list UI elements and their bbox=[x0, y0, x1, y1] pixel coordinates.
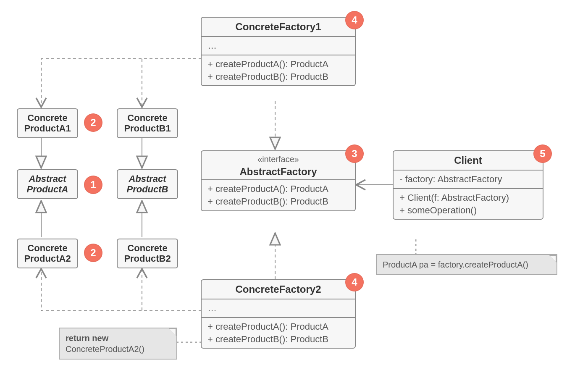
class-client: Client - factory: AbstractFactory + Clie… bbox=[393, 150, 543, 220]
note-line: ConcreteProductA2() bbox=[66, 344, 144, 354]
class-concrete-product-a2: Concrete ProductA2 bbox=[17, 239, 78, 268]
op-line: + createProductA(): ProductA bbox=[207, 183, 349, 195]
class-concrete-product-a1: Concrete ProductA1 bbox=[17, 108, 78, 138]
note-client: ProductA pa = factory.createProductA() bbox=[376, 254, 557, 275]
op-line: + createProductA(): ProductA bbox=[207, 58, 349, 71]
class-operations: + createProductA(): ProductA + createPro… bbox=[202, 317, 355, 348]
badge-4: 4 bbox=[345, 273, 364, 291]
label-line1: Concrete bbox=[23, 113, 72, 123]
note-line: return new bbox=[66, 333, 108, 343]
label-line1: Abstract bbox=[23, 173, 72, 184]
class-header: «interface» AbstractFactory bbox=[202, 151, 355, 179]
op-line: + Client(f: AbstractFactory) bbox=[399, 192, 537, 204]
label-line2: ProductB2 bbox=[123, 253, 172, 264]
label-line2: ProductA1 bbox=[23, 123, 72, 134]
label-line2: ProductB1 bbox=[123, 123, 172, 134]
label-line2: ProductA bbox=[23, 184, 72, 194]
class-concrete-factory-2: ConcreteFactory2 … + createProductA(): P… bbox=[201, 279, 356, 349]
class-title: AbstractFactory bbox=[207, 165, 349, 178]
op-line: + someOperation() bbox=[399, 204, 537, 217]
class-concrete-product-b1: Concrete ProductB1 bbox=[117, 108, 178, 138]
class-abstract-factory: «interface» AbstractFactory + createProd… bbox=[201, 150, 356, 211]
class-title: ConcreteFactory2 bbox=[202, 280, 355, 299]
badge-1: 1 bbox=[84, 176, 102, 194]
op-line: + createProductA(): ProductA bbox=[207, 320, 349, 333]
class-attributes: - factory: AbstractFactory bbox=[394, 170, 543, 188]
class-abstract-product-b: Abstract ProductB bbox=[117, 169, 178, 199]
stereotype: «interface» bbox=[207, 154, 349, 165]
class-title: Client bbox=[394, 151, 543, 170]
badge-4: 4 bbox=[345, 11, 364, 29]
label-line2: ProductB bbox=[123, 184, 172, 194]
class-abstract-product-a: Abstract ProductA bbox=[17, 169, 78, 199]
note-line: ProductA pa = factory.createProductA() bbox=[383, 260, 528, 269]
class-operations: + createProductA(): ProductA + createPro… bbox=[202, 55, 355, 85]
label-line1: Concrete bbox=[23, 243, 72, 253]
badge-2: 2 bbox=[84, 244, 102, 262]
class-concrete-factory-1: ConcreteFactory1 … + createProductA(): P… bbox=[201, 17, 356, 86]
class-operations: + Client(f: AbstractFactory) + someOpera… bbox=[394, 188, 543, 219]
label-line2: ProductA2 bbox=[23, 253, 72, 264]
note-concrete-factory-2: return new ConcreteProductA2() bbox=[59, 328, 177, 360]
class-concrete-product-b2: Concrete ProductB2 bbox=[117, 239, 178, 268]
label-line1: Concrete bbox=[123, 243, 172, 253]
class-title: ConcreteFactory1 bbox=[202, 18, 355, 36]
label-line1: Abstract bbox=[123, 173, 172, 184]
diagram-canvas: Concrete ProductA1 Concrete ProductB1 Ab… bbox=[0, 0, 588, 378]
class-attributes: … bbox=[202, 36, 355, 55]
badge-5: 5 bbox=[533, 144, 552, 163]
label-line1: Concrete bbox=[123, 113, 172, 123]
badge-2: 2 bbox=[84, 113, 102, 132]
class-attributes: … bbox=[202, 299, 355, 317]
class-operations: + createProductA(): ProductA + createPro… bbox=[202, 179, 355, 210]
op-line: + createProductB(): ProductB bbox=[207, 195, 349, 208]
badge-3: 3 bbox=[345, 144, 364, 163]
op-line: + createProductB(): ProductB bbox=[207, 333, 349, 346]
op-line: + createProductB(): ProductB bbox=[207, 71, 349, 83]
